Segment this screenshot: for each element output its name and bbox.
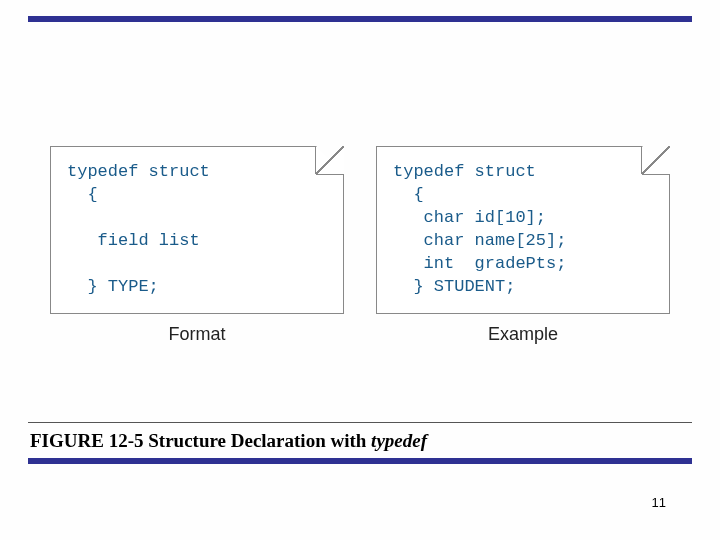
- dog-ear-icon: [316, 146, 344, 174]
- format-label: Format: [168, 324, 225, 345]
- caption-top-rule: [28, 422, 692, 423]
- figure-keyword: typedef: [371, 430, 427, 451]
- figure-area: typedef struct { field list } TYPE; Form…: [50, 146, 670, 345]
- top-rule: [28, 16, 692, 22]
- dog-ear-edge: [316, 174, 344, 175]
- format-box-wrap: typedef struct { field list } TYPE; Form…: [50, 146, 344, 345]
- dog-ear-icon: [642, 146, 670, 174]
- dog-ear-edge-v: [641, 146, 642, 174]
- format-code-box: typedef struct { field list } TYPE;: [50, 146, 344, 314]
- dog-ear-edge-v: [315, 146, 316, 174]
- dog-ear-edge: [642, 174, 670, 175]
- figure-number: FIGURE 12-5: [30, 430, 143, 451]
- example-box-wrap: typedef struct { char id[10]; char name[…: [376, 146, 670, 345]
- page-number: 11: [652, 495, 666, 510]
- example-label: Example: [488, 324, 558, 345]
- example-code-box: typedef struct { char id[10]; char name[…: [376, 146, 670, 314]
- format-code: typedef struct { field list } TYPE;: [67, 161, 327, 299]
- figure-title: Structure Declaration with: [148, 430, 366, 451]
- bottom-rule: [28, 458, 692, 464]
- example-code: typedef struct { char id[10]; char name[…: [393, 161, 653, 299]
- figure-caption: FIGURE 12-5 Structure Declaration with t…: [30, 430, 427, 452]
